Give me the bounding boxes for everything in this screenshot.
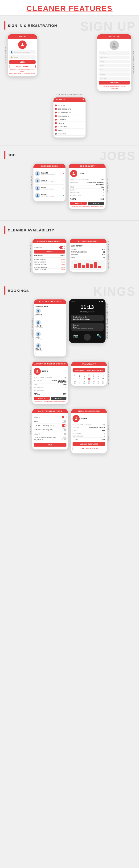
- cleaner-sign-in-label: CLEANER SIGN IN: [4, 47, 7, 63]
- postcode-input[interactable]: Postcode: [99, 77, 130, 80]
- menu-item-availability[interactable]: MY AVAILABILITY: [55, 111, 84, 115]
- menu-item-bookmarks[interactable]: BOOKMARKS: [55, 115, 84, 118]
- ar-flat: FLAT / CLEAN NUMBER 102: [34, 376, 66, 379]
- avail-chip[interactable]: AVAILABILITY ALTERNATE DATES: [73, 368, 105, 372]
- menu-item-shareapp[interactable]: SHARE APP: [55, 125, 84, 128]
- bookings-row-3: VIEW DETAILS CLIENT INSTRUCTIONS option …: [4, 408, 135, 454]
- booking-item-2[interactable]: 👤 John D. Thu 13 Nov ●: [35, 320, 65, 332]
- notif-name: Brian: [73, 326, 102, 328]
- menu-dot: [55, 112, 57, 114]
- job-avatar-3: 👤: [35, 186, 40, 191]
- detail-bedrooms: BEDROOMS 2: [70, 191, 104, 194]
- payout-payable-val: $ 11: [102, 254, 105, 255]
- job-item-4[interactable]: 👤 Mike R. Sat 15 Nov - 8:00am ●: [35, 192, 64, 199]
- ar-address: ADDRESS LONSDALE AVENUE, BRISBANE: [34, 379, 66, 383]
- firstname-input[interactable]: First Name: [99, 51, 130, 55]
- view-details-label: VIEW DETAILS: [29, 423, 32, 436]
- job-item-2[interactable]: 👤 John D. Thu 13 Nov - 2:00pm ●: [35, 177, 64, 185]
- menu-item-jobrequests[interactable]: JOB REQUESTS: [55, 107, 84, 111]
- availability-link[interactable]: AVAILABILITY TO ALTERNATIVE DATES/TIMES: [70, 206, 104, 207]
- address-input[interactable]: Address: [99, 68, 130, 71]
- booking-item-1[interactable]: 👤 Sarah M. Wed 12 Nov ●: [35, 308, 65, 320]
- accept-button[interactable]: ACCEPT: [70, 202, 87, 205]
- notification-card-2[interactable]: Cleanerr Brian The Cleaner accepts or de…: [71, 323, 104, 331]
- available-toggle[interactable]: [59, 246, 65, 249]
- menu-item-rateapp[interactable]: RATE APP: [55, 122, 84, 125]
- notif-app: One Booking for S...: [73, 316, 102, 318]
- job-info-1: Sarah M. Wed 12 Nov - 9:00am: [41, 172, 62, 175]
- already-registered-link[interactable]: ALREADY REGISTERED? LOG IN: [99, 86, 130, 87]
- toggle-4[interactable]: [62, 429, 66, 431]
- booking-item-4[interactable]: 👤 Mike R. Sat 15 Nov ●: [35, 343, 65, 354]
- login-button[interactable]: LOGIN: [9, 60, 35, 64]
- ar-total-val: $4.5: [63, 393, 66, 395]
- user-label: USER: [79, 172, 85, 175]
- ar-avail-link[interactable]: AVAILABILITY TO ALTERNATIVE DATES/TIMES: [34, 400, 66, 402]
- mark-complete-button[interactable]: MARK AS COMPLETED: [73, 442, 105, 446]
- available-label: AVAILABLE: [34, 247, 43, 248]
- payout-total-label: TOTAL: [71, 249, 76, 250]
- mark-complete-phone: MARK AS COMPLETE USER FLAT / CLEAN NUMBE…: [71, 408, 107, 454]
- payout-partial-val: $ 0: [103, 251, 105, 253]
- update-button[interactable]: UPDATE: [34, 250, 65, 253]
- booking-item-3[interactable]: 👤 Amy L. Fri 14 Nov ●: [35, 332, 65, 343]
- menu-body: MY JOBS JOB REQUESTS MY AVAILABILITY BOO…: [54, 102, 85, 137]
- payout-partial-label: PARTIAL RECEIVED: [71, 251, 87, 253]
- client-instructions-button[interactable]: CLIENT INSTRUCTIONS: [73, 447, 105, 451]
- menu-dot: [55, 108, 57, 110]
- lastname-input[interactable]: Last Name: [99, 56, 130, 59]
- mc-user-row: USER: [73, 415, 105, 422]
- job-item-3[interactable]: 👤 Amy L. Fri 14 Nov - 10:00am ●: [35, 185, 64, 192]
- option-5: option 5: [34, 432, 66, 436]
- or-login-link[interactable]: OR LOGIN: [99, 88, 130, 89]
- menu-item-signout[interactable]: SIGN OUT: [55, 132, 84, 135]
- toggle-5[interactable]: [62, 433, 66, 435]
- menu-item-support[interactable]: SUPPORT: [55, 118, 84, 122]
- im-a-cleaner-button[interactable]: I'M A CLEANER: [9, 65, 35, 68]
- menu-item-more[interactable]: MORE: [55, 128, 84, 132]
- mc-time-val: 9AM: [102, 430, 105, 431]
- job-request-label-wrap: JOB REQUEST USER FLAT / CLEAN NUMBER 102: [68, 163, 109, 209]
- accept-reject-body: USER FLAT / CLEAN NUMBER 102 ADDRESS LON…: [32, 366, 68, 404]
- time-slot-header: TIME SLOT: [34, 255, 43, 257]
- email-input[interactable]: Email: [99, 60, 130, 63]
- menu-item-myjobs[interactable]: MY JOBS: [55, 104, 84, 107]
- menu-dot: [55, 126, 57, 128]
- mc-flat-val: 102: [103, 424, 105, 426]
- ar-bathrooms: BATHROOMS 1: [34, 389, 66, 392]
- forgot-link[interactable]: FORGOT YOUR PASSWORD? CLICK HERE: [9, 69, 35, 72]
- bookings-row-2: ACCEPT OR REJECT BOOKING ACCEPT OR REJEC…: [4, 361, 135, 404]
- option-contact-msg: CONTACT CLIENT (MSG): [34, 428, 66, 432]
- password-input[interactable]: 🔒 ••••••••: [9, 55, 35, 59]
- available-toggle-row: AVAILABLE: [34, 245, 65, 250]
- register-button[interactable]: REGISTER: [99, 81, 130, 85]
- save-button[interactable]: SAVE: [34, 443, 66, 446]
- lock-screen-time: 11:13: [70, 303, 105, 311]
- svg-rect-9: [98, 266, 101, 268]
- mc-bathrooms-val: 1: [104, 435, 105, 437]
- ar-accept-btn[interactable]: ACCEPT: [34, 397, 50, 400]
- menu-phone: CLEANERR ☰ MY JOBS JOB REQUESTS MY AVAIL…: [53, 97, 86, 138]
- mobile-input[interactable]: Mobile: [99, 64, 130, 67]
- toggle-1[interactable]: [62, 416, 66, 418]
- toggle-2[interactable]: [62, 420, 66, 423]
- mark-complete-label: MARK AS COMPLETED: [107, 421, 110, 441]
- username-input[interactable]: 👤 username@example.com: [9, 51, 35, 54]
- register-link[interactable]: DONT HAVE AN ACCOUNT? REGISTER: [9, 73, 35, 74]
- ar-reject-btn[interactable]: REJECT: [51, 397, 67, 400]
- day-wise-label-wrap: DAY WISE CLEANER AVAILABILITY CLEANER AV…: [29, 239, 67, 274]
- mc-total: TOTAL $4.5: [73, 438, 105, 441]
- menu-dot: [55, 119, 57, 121]
- register-avatar: [110, 40, 119, 50]
- job-item-1[interactable]: 👤 Sarah M. Wed 12 Nov - 9:00am ●: [35, 170, 64, 177]
- ar-time: TIME 9AM: [34, 383, 66, 386]
- status-bar: 11:13 ● ● ▮: [70, 300, 105, 303]
- toggle-3[interactable]: [62, 424, 66, 427]
- reject-button[interactable]: REJECT: [88, 202, 104, 205]
- payout-label: PAYOUT SUMMARY & REPORTS: [107, 241, 110, 270]
- suburb-input[interactable]: Suburb: [99, 72, 130, 76]
- job-requests-label: JOB REQUESTS: [106, 179, 109, 193]
- notification-card-1[interactable]: One Booking for S... No Other Notificati…: [71, 315, 104, 321]
- toggle-6[interactable]: [62, 437, 66, 440]
- job-name-4: Mike R.: [41, 194, 62, 196]
